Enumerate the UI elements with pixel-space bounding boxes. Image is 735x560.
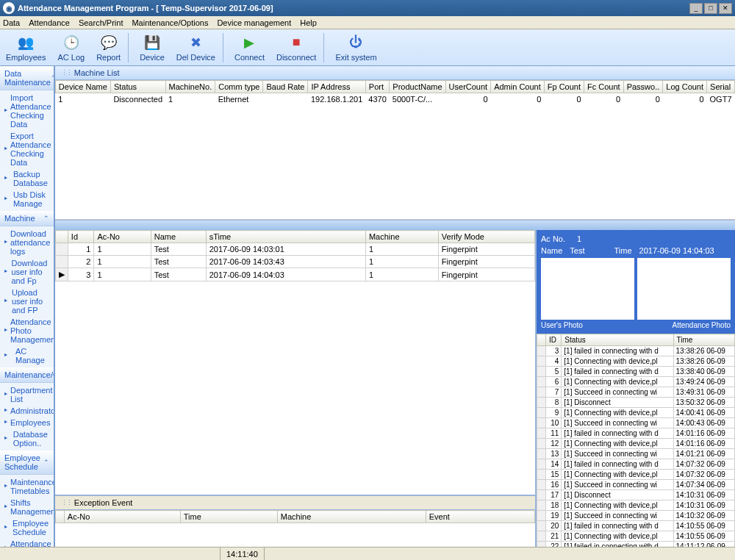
- event-row[interactable]: 22[1] failed in connecting with d14:11:1…: [537, 542, 735, 548]
- col-header[interactable]: Name: [151, 231, 206, 243]
- sidebar-item-department-list[interactable]: ▸Department List: [0, 384, 54, 405]
- event-row[interactable]: 17[1] Disconnect14:10:31 06-09: [537, 490, 735, 500]
- sidebar-item-administrator[interactable]: ▸Administrator: [0, 405, 54, 417]
- toolbar-report[interactable]: 💬Report: [90, 32, 126, 63]
- sidebar-item-import-attendance-checking-data[interactable]: ▸Import Attendance Checking Data: [0, 92, 54, 130]
- toolbar-exit-system[interactable]: ⏻Exit system: [329, 32, 382, 63]
- sidebar-item-employees[interactable]: ▸Employees: [0, 417, 54, 428]
- record-row[interactable]: 21Test2017-06-09 14:03:431Fingerpint: [55, 256, 534, 268]
- event-row[interactable]: 15[1] Connecting with device,pl14:07:32 …: [537, 470, 735, 480]
- col-header[interactable]: Log Count: [663, 81, 707, 93]
- records-table[interactable]: IdAc-NoNamesTimeMachineVerify Mode11Test…: [55, 230, 535, 495]
- sidebar-item-attendance-rule[interactable]: ▸Attendance Rule: [0, 538, 54, 547]
- toolbar-employees[interactable]: 👥Employees: [0, 32, 51, 63]
- close-button[interactable]: ✕: [719, 3, 732, 14]
- event-row[interactable]: 8[1] Disconnect13:50:32 06-09: [537, 398, 735, 408]
- sidebar-item-database-option-[interactable]: ▸Database Option..: [0, 428, 54, 449]
- menu-data[interactable]: Data: [3, 18, 20, 27]
- device-row[interactable]: 1Disconnected1Ethernet192.168.1.20143705…: [55, 93, 734, 106]
- col-header[interactable]: Serial: [707, 81, 735, 93]
- menu-device-management[interactable]: Device management: [217, 18, 291, 27]
- sidebar-item-employee-schedule[interactable]: ▸Employee Schedule: [0, 517, 54, 538]
- col-header[interactable]: Time: [673, 334, 734, 346]
- event-row[interactable]: 13[1] Succeed in connecting wi14:01:21 0…: [537, 449, 735, 459]
- panel-header-machine[interactable]: Machine⌃: [0, 211, 54, 226]
- col-header[interactable]: sTime: [206, 231, 365, 243]
- sidebar-item-shifts-management[interactable]: ▸Shifts Management: [0, 497, 54, 517]
- record-row[interactable]: ▶31Test2017-06-09 14:04:031Fingerpint: [55, 268, 534, 281]
- menu-search-print[interactable]: Search/Print: [79, 18, 123, 27]
- toolbar-device[interactable]: 💾Device: [134, 32, 171, 63]
- col-header[interactable]: Ac-No: [94, 231, 151, 243]
- col-header[interactable]: Verify Mode: [438, 231, 534, 243]
- row-pointer: [537, 490, 546, 500]
- menu-help[interactable]: Help: [300, 18, 317, 27]
- event-row[interactable]: 3[1] failed in connecting with d13:38:26…: [537, 346, 735, 356]
- col-header[interactable]: UserCount: [445, 81, 491, 93]
- col-header[interactable]: Comm type: [215, 81, 263, 93]
- panel-header-maintenance-options[interactable]: Maintenance/Options⌃: [0, 367, 54, 383]
- maximize-button[interactable]: □: [704, 3, 717, 14]
- event-row[interactable]: 9[1] Connecting with device,pl14:00:41 0…: [537, 408, 735, 418]
- exception-table[interactable]: Ac-NoTimeMachineEvent: [55, 510, 535, 547]
- sidebar-item-download-user-info-and-fp[interactable]: ▸Download user info and Fp: [0, 257, 54, 287]
- sidebar-item-backup-database[interactable]: ▸Backup Database: [0, 168, 54, 189]
- sidebar-item-download-attendance-logs[interactable]: ▸Download attendance logs: [0, 228, 54, 257]
- event-row[interactable]: 20[1] failed in connecting with d14:10:5…: [537, 521, 735, 531]
- col-header[interactable]: Status: [562, 334, 673, 346]
- sidebar-item-upload-user-info-and-fp[interactable]: ▸Upload user info and FP: [0, 287, 54, 316]
- toolbar-ac-log[interactable]: 🕒AC Log: [51, 32, 90, 63]
- cell: 11: [546, 428, 562, 439]
- event-row[interactable]: 11[1] failed in connecting with d14:01:1…: [537, 428, 735, 439]
- panel-header-data-maintenance[interactable]: Data Maintenance⌃: [0, 66, 54, 90]
- event-row[interactable]: 14[1] failed in connecting with d14:07:3…: [537, 459, 735, 470]
- sidebar-item-ac-manage[interactable]: ▸AC Manage: [0, 345, 54, 366]
- minimize-button[interactable]: _: [689, 3, 703, 14]
- panel-header-employee-schedule[interactable]: Employee Schedule⌃: [0, 450, 54, 475]
- col-header[interactable]: Admin Count: [491, 81, 545, 93]
- event-row[interactable]: 5[1] failed in connecting with d13:38:40…: [537, 367, 735, 377]
- event-row[interactable]: 12[1] Connecting with device,pl14:01:16 …: [537, 439, 735, 449]
- event-row[interactable]: 4[1] Connecting with device,pl13:38:26 0…: [537, 356, 735, 367]
- col-header[interactable]: ID: [546, 334, 562, 346]
- event-row[interactable]: 21[1] Connecting with device,pl14:10:55 …: [537, 531, 735, 542]
- cell: [1] failed in connecting with d: [562, 542, 673, 548]
- col-header[interactable]: Ac-No: [64, 511, 180, 523]
- event-row[interactable]: 16[1] Succeed in connecting wi14:07:34 0…: [537, 480, 735, 490]
- col-header[interactable]: Fp Count: [544, 81, 584, 93]
- event-row[interactable]: 19[1] Succeed in connecting wi14:10:32 0…: [537, 511, 735, 521]
- col-header[interactable]: Machine: [365, 231, 438, 243]
- col-header[interactable]: Fc Count: [584, 81, 624, 93]
- event-row[interactable]: 10[1] Succeed in connecting wi14:00:43 0…: [537, 418, 735, 428]
- machine-list-table[interactable]: Device NameStatusMachineNo.Comm typeBaud…: [55, 80, 735, 220]
- col-header[interactable]: Machine: [277, 511, 426, 523]
- col-header[interactable]: Device Name: [55, 81, 110, 93]
- menu-attendance[interactable]: Attendance: [29, 18, 70, 27]
- event-row[interactable]: 6[1] Connecting with device,pl13:49:24 0…: [537, 377, 735, 387]
- sidebar-item-export-attendance-checking-data[interactable]: ▸Export Attendance Checking Data: [0, 130, 54, 168]
- col-header[interactable]: Baud Rate: [263, 81, 308, 93]
- toolbar-disconnect[interactable]: ■Disconnect: [270, 32, 322, 63]
- event-row[interactable]: 7[1] Succeed in connecting wi13:49:31 06…: [537, 387, 735, 398]
- col-header[interactable]: Passwo..: [623, 81, 663, 93]
- col-header[interactable]: Event: [426, 511, 534, 523]
- event-row[interactable]: 18[1] Connecting with device,pl14:10:31 …: [537, 500, 735, 511]
- menu-maintenance-options[interactable]: Maintenance/Options: [132, 18, 208, 27]
- horizontal-scrollbar[interactable]: [55, 220, 735, 230]
- toolbar-del-device[interactable]: ✖Del Device: [171, 32, 221, 63]
- col-header[interactable]: Port: [365, 81, 389, 93]
- sidebar-item-maintenance-timetables[interactable]: ▸Maintenance Timetables: [0, 476, 54, 497]
- col-header[interactable]: Status: [110, 81, 165, 93]
- col-header[interactable]: Time: [180, 511, 277, 523]
- record-row[interactable]: 11Test2017-06-09 14:03:011Fingerpint: [55, 243, 534, 256]
- sidebar-item-attendance-photo-management[interactable]: ▸Attendance Photo Management: [0, 316, 54, 345]
- event-log[interactable]: IDStatusTime3[1] failed in connecting wi…: [537, 334, 735, 547]
- col-header[interactable]: IP Address: [308, 81, 365, 93]
- toolbar-connect[interactable]: ▶Connect: [229, 32, 270, 63]
- sidebar-item-usb-disk-manage[interactable]: ▸Usb Disk Manage: [0, 189, 54, 209]
- col-header[interactable]: Id: [68, 231, 94, 243]
- col-header[interactable]: ProductName: [390, 81, 445, 93]
- col-header[interactable]: MachineNo.: [165, 81, 215, 93]
- cell: 1: [165, 93, 215, 106]
- item-icon: ▸: [4, 482, 7, 491]
